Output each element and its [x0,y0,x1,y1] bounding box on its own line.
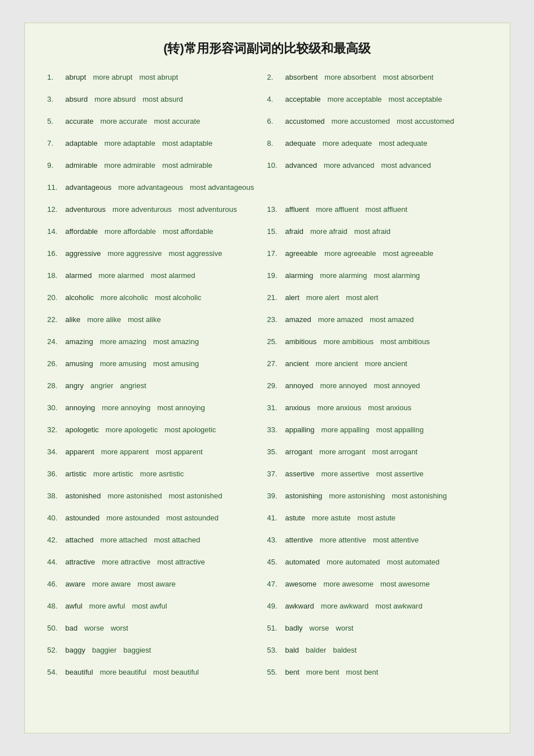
base-form: aggressive [66,249,101,258]
list-item: 13. affluent more affluent most affluent [267,205,487,214]
base-form: astonished [66,492,101,500]
superlative: angriest [120,381,146,390]
comparative: more amazing [100,337,146,346]
entry-number: 14. [47,227,63,236]
base-form: bald [285,646,299,654]
comparative: more alert [306,293,340,302]
list-item: 54. beautiful more beautiful most beauti… [47,668,267,676]
base-form: astounded [66,514,100,522]
comparative: more adequate [323,139,372,147]
superlative: most bent [346,668,378,676]
list-item: 23. amazed more amazed most amazed [267,315,487,324]
entry-number: 45. [267,558,283,566]
list-item: 47. awesome more awesome most awesome [267,580,487,588]
comparative: more astute [312,514,351,522]
superlative: most awkward [375,602,422,610]
list-item: 52. baggy baggier baggiest [47,646,267,654]
base-form: alcoholic [66,293,94,302]
list-item: 12. adventurous more adventurous most ad… [47,205,267,214]
entry-number: 15. [267,227,283,236]
entry-number: 37. [267,470,283,478]
comparative: angrier [90,381,113,390]
base-form: agreeable [285,249,318,258]
entry-row: 50. bad worse worst51. badly worse worst [47,624,487,639]
entry-number: 41. [267,514,283,522]
list-item: 22. alike more alike most alike [47,315,267,324]
base-form: alarming [285,271,314,280]
comparative: more admirable [105,161,155,170]
superlative: most astounded [166,514,219,522]
superlative: more ancient [365,359,407,368]
list-item: 36. artistic more artistic more asrtisti… [47,470,267,478]
superlative: most apologetic [164,425,216,434]
entry-row: 16. aggressive more aggressive most aggr… [47,249,487,264]
superlative: most abrupt [139,73,178,81]
entry-number: 48. [47,602,63,610]
comparative: more absurd [94,95,136,103]
comparative: more adaptable [105,139,155,147]
superlative: most appalling [376,425,424,434]
entry-number: 31. [267,403,283,412]
base-form: baggy [66,646,85,654]
superlative: most alert [346,293,378,302]
comparative: more automated [327,558,380,566]
superlative: more asrtistic [140,470,184,478]
entry-row: 48. awful more awful most awful49. awkwa… [47,602,487,617]
superlative: most advanced [381,161,431,170]
superlative: most annoying [157,403,205,412]
list-item: 27. ancient more ancient more ancient [267,359,487,368]
entry-row: 36. artistic more artistic more asrtisti… [47,470,487,485]
entry-row: 20. alcoholic more alcoholic most alcoho… [47,293,487,309]
entry-number: 24. [47,337,63,346]
base-form: abrupt [66,73,86,81]
superlative: most automated [387,558,440,566]
superlative: most afraid [354,227,390,236]
comparative: more aware [92,580,131,588]
comparative: more anxious [317,403,361,412]
entry-number: 10. [267,161,283,170]
superlative: most alike [128,315,161,324]
entry-number: 55. [267,668,283,676]
superlative: most alarmed [151,271,196,280]
entry-number: 51. [267,624,283,632]
entry-row: 22. alike more alike most alike23. amaze… [47,315,487,331]
superlative: most awful [132,602,167,610]
entry-row: 18. alarmed more alarmed most alarmed19.… [47,271,487,286]
base-form: alert [285,293,299,302]
entry-row: 12. adventurous more adventurous most ad… [47,205,487,220]
entry-number: 36. [47,470,63,478]
comparative: more annoyed [320,381,367,390]
superlative: most awesome [380,580,429,588]
base-form: beautiful [66,668,93,676]
base-form: acceptable [285,95,321,103]
comparative: more agreeable [324,249,376,258]
entry-number: 33. [267,425,283,434]
list-item: 29. annoyed more annoyed most annoyed [267,381,487,390]
entry-number: 7. [47,139,63,147]
entry-number: 30. [47,403,63,412]
comparative: worse [84,624,104,632]
base-form: apparent [66,447,94,456]
list-item: 46. aware more aware most aware [47,580,267,588]
entry-number: 22. [47,315,63,324]
comparative: more apparent [101,447,149,456]
comparative: more alarming [320,271,367,280]
entry-row: 7. adaptable more adaptable most adaptab… [47,139,487,154]
comparative: more astonished [107,492,162,500]
base-form: ancient [285,359,309,368]
entry-number: 20. [47,293,63,302]
base-form: awful [66,602,83,610]
entry-row: 46. aware more aware most aware47. aweso… [47,580,487,595]
list-item: 55. bent more bent most bent [267,668,487,676]
base-form: appalling [285,425,315,434]
superlative: most alarming [374,271,420,280]
comparative: more amusing [100,359,146,368]
superlative: most adaptable [162,139,212,147]
comparative: more ambitious [323,337,374,346]
list-item: 1. abrupt more abrupt most abrupt [47,73,267,81]
list-item: 42. attached more attached most attached [47,536,267,544]
list-item: 43. attentive more attentive most attent… [267,536,487,544]
entry-number: 18. [47,271,63,280]
base-form: attractive [66,558,95,566]
superlative: most agreeable [383,249,433,258]
